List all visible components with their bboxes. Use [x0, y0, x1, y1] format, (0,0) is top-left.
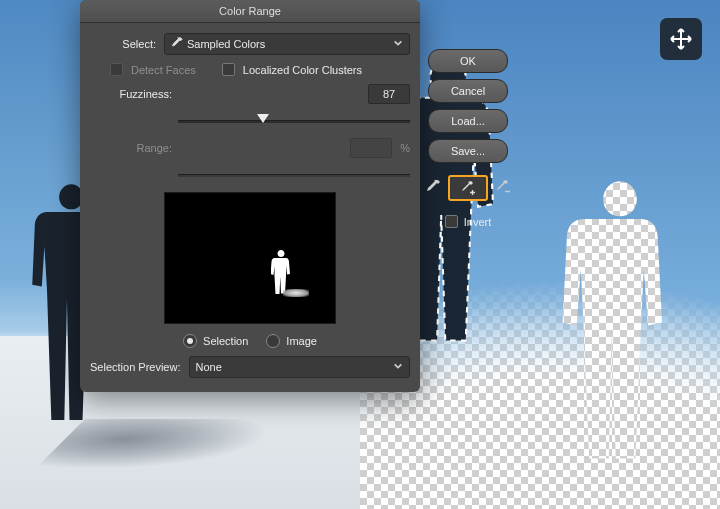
detect-faces-checkbox [110, 63, 123, 76]
range-label: Range: [90, 142, 172, 154]
eyedropper-icon [425, 179, 441, 195]
transparent-figure-cutout [550, 169, 690, 479]
eyedropper-sample-button[interactable] [420, 175, 446, 199]
preview-shadow-icon [283, 289, 309, 297]
selection-radio-label: Selection [203, 335, 248, 347]
fuzziness-value[interactable]: 87 [368, 84, 410, 104]
ok-button[interactable]: OK [428, 49, 508, 73]
range-slider [178, 166, 410, 184]
dialog-title: Color Range [80, 0, 420, 23]
chevron-down-icon [393, 361, 403, 373]
image-radio-label: Image [286, 335, 317, 347]
selection-preview-value: None [196, 361, 222, 373]
selection-preview-dropdown[interactable]: None [189, 356, 411, 378]
select-label: Select: [90, 38, 156, 50]
selection-preview-thumbnail[interactable] [164, 192, 336, 324]
chevron-down-icon [393, 38, 403, 50]
invert-checkbox[interactable] [445, 215, 458, 228]
fuzziness-label: Fuzziness: [90, 88, 172, 100]
image-radio[interactable]: Image [266, 334, 317, 348]
color-range-dialog: Color Range Select: Sampled Colors Detec… [80, 0, 420, 392]
selection-radio[interactable]: Selection [183, 334, 248, 348]
range-value [350, 138, 392, 158]
eyedropper-plus-icon [460, 180, 476, 196]
invert-label: Invert [464, 216, 492, 228]
eyedropper-icon [171, 37, 183, 51]
radio-off-icon [266, 334, 280, 348]
select-value: Sampled Colors [187, 38, 265, 50]
detect-faces-label: Detect Faces [131, 64, 196, 76]
range-unit: % [400, 142, 410, 154]
eyedropper-minus-icon [495, 179, 511, 195]
fuzziness-slider[interactable] [178, 112, 410, 130]
localized-clusters-label: Localized Color Clusters [243, 64, 362, 76]
dialog-button-column: OK Cancel Load... Save... Invert [428, 49, 508, 228]
selection-preview-label: Selection Preview: [90, 361, 181, 373]
move-arrows-icon [669, 27, 693, 51]
save-button[interactable]: Save... [428, 139, 508, 163]
eyedropper-subtract-button[interactable] [490, 175, 516, 199]
select-dropdown[interactable]: Sampled Colors [164, 33, 410, 55]
eyedropper-add-button[interactable] [448, 175, 488, 201]
move-tool-button[interactable] [660, 18, 702, 60]
load-button[interactable]: Load... [428, 109, 508, 133]
radio-on-icon [183, 334, 197, 348]
localized-clusters-checkbox[interactable] [222, 63, 235, 76]
cancel-button[interactable]: Cancel [428, 79, 508, 103]
